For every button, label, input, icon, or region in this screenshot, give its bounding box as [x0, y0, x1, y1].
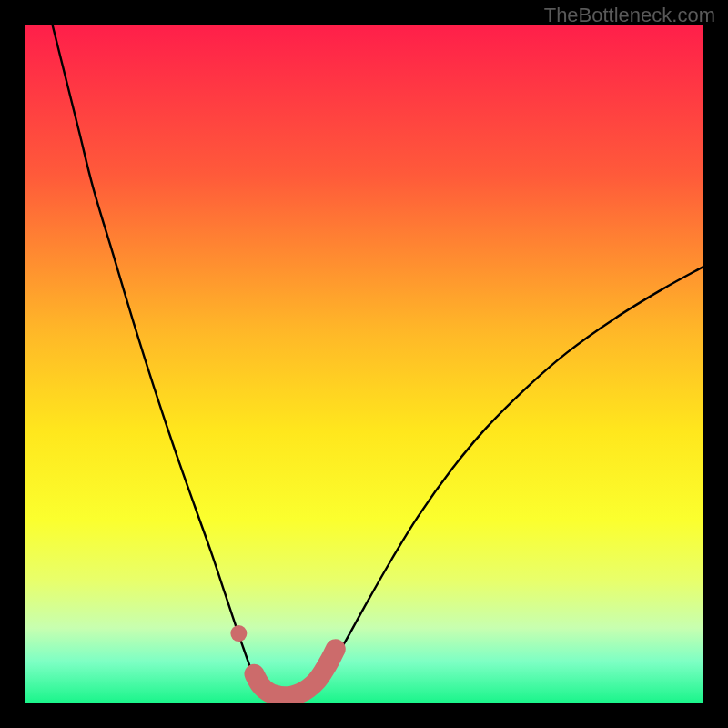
plot-area: [25, 25, 703, 703]
watermark-text: TheBottleneck.com: [544, 4, 715, 27]
gradient-background: [25, 25, 703, 703]
chart-frame: TheBottleneck.com: [0, 0, 728, 728]
dot-highlight-left-dot: [230, 625, 247, 642]
chart-svg: [25, 25, 703, 703]
